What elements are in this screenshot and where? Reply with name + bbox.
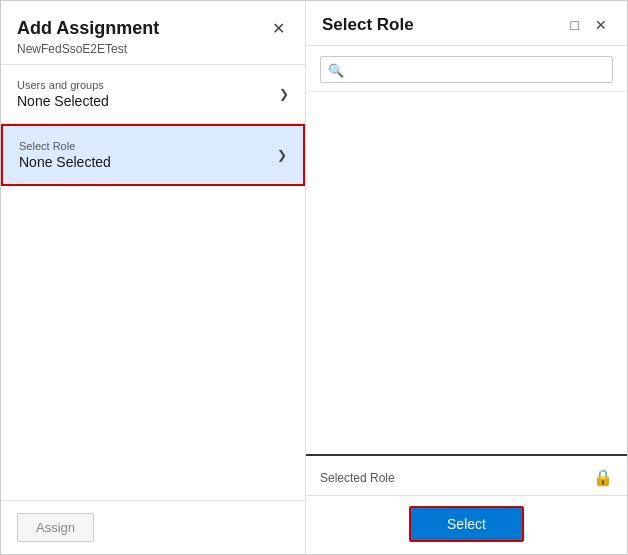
- search-input[interactable]: [320, 56, 613, 83]
- select-role-value: None Selected: [19, 154, 111, 170]
- right-header: Select Role □ ✕: [306, 1, 627, 46]
- role-list: [306, 92, 627, 454]
- users-groups-value: None Selected: [17, 93, 109, 109]
- users-groups-chevron: ❯: [279, 87, 289, 101]
- selected-role-footer: Selected Role 🔒: [306, 454, 627, 495]
- left-close-button[interactable]: ✕: [268, 17, 289, 40]
- selected-role-label-text: Selected Role: [320, 471, 395, 485]
- right-close-button[interactable]: ✕: [591, 15, 611, 35]
- select-role-label: Select Role: [19, 140, 111, 152]
- search-box-wrap: 🔍: [306, 46, 627, 92]
- select-role-content: Select Role None Selected: [19, 140, 111, 170]
- select-role-title: Select Role: [322, 15, 414, 35]
- add-assignment-title: Add Assignment: [17, 18, 159, 39]
- minimize-button[interactable]: □: [567, 15, 583, 35]
- selected-role-row: Selected Role 🔒: [320, 468, 613, 487]
- select-role-item[interactable]: Select Role None Selected ❯: [1, 124, 305, 186]
- right-panel: Select Role □ ✕ 🔍 Selected Role 🔒 Select: [306, 1, 627, 554]
- users-groups-content: Users and groups None Selected: [17, 79, 109, 109]
- search-icon: 🔍: [328, 62, 344, 77]
- main-container: Add Assignment ✕ NewFedSsoE2ETest Users …: [0, 0, 628, 555]
- users-groups-label: Users and groups: [17, 79, 109, 91]
- left-header: Add Assignment ✕ NewFedSsoE2ETest: [1, 1, 305, 65]
- search-wrap: 🔍: [320, 56, 613, 83]
- users-groups-item[interactable]: Users and groups None Selected ❯: [1, 65, 305, 124]
- assign-button[interactable]: Assign: [17, 513, 94, 542]
- lock-icon: 🔒: [593, 468, 613, 487]
- left-body: Users and groups None Selected ❯ Select …: [1, 65, 305, 500]
- select-role-chevron: ❯: [277, 148, 287, 162]
- left-panel: Add Assignment ✕ NewFedSsoE2ETest Users …: [1, 1, 306, 554]
- right-header-icons: □ ✕: [567, 15, 611, 35]
- right-footer: Select: [306, 495, 627, 554]
- select-button[interactable]: Select: [409, 506, 524, 542]
- left-spacer: [1, 186, 305, 500]
- left-subtitle: NewFedSsoE2ETest: [17, 42, 289, 56]
- left-footer: Assign: [1, 500, 305, 554]
- add-assignment-header: Add Assignment ✕: [17, 17, 289, 40]
